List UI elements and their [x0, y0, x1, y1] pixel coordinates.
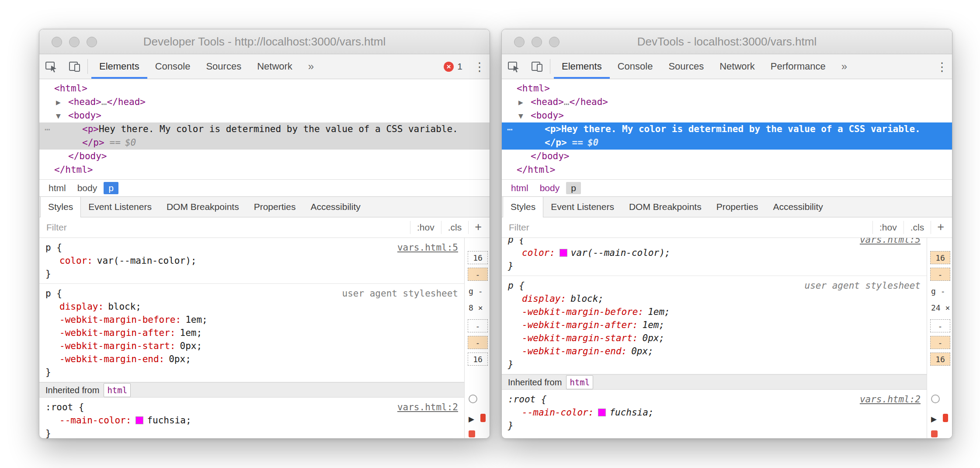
dom-node-html-close[interactable]: </html> [39, 163, 490, 177]
box-model-value: g - [468, 284, 488, 297]
dom-node-html-open[interactable]: <html> [39, 82, 490, 95]
tab-dom-breakpoints[interactable]: DOM Breakpoints [622, 197, 709, 217]
close-button[interactable] [514, 37, 525, 47]
overflow-dots-icon[interactable]: … [507, 121, 514, 134]
zoom-button[interactable] [549, 37, 560, 47]
css-declaration[interactable]: -webkit-margin-after:1em; [39, 326, 464, 339]
filter-input[interactable] [502, 222, 872, 233]
css-declaration[interactable]: display:block; [502, 292, 927, 305]
dom-node-html-open[interactable]: <html> [502, 82, 952, 95]
inspect-element-icon[interactable] [39, 54, 63, 79]
css-declaration[interactable]: -webkit-margin-start:0px; [39, 339, 464, 353]
expander-triangle-icon[interactable]: ▶ [469, 415, 474, 423]
css-declaration[interactable]: -webkit-margin-start:0px; [502, 332, 927, 345]
overflow-dots-icon[interactable]: … [45, 121, 51, 134]
tab-sources[interactable]: Sources [198, 54, 249, 79]
kebab-menu-icon[interactable]: ⋮ [932, 60, 952, 73]
dom-node-p-selected[interactable]: … <p>Hey there. My color is determined b… [39, 122, 490, 150]
css-declaration[interactable]: display:block; [39, 300, 464, 313]
breadcrumb-p[interactable]: p [566, 182, 581, 194]
collapse-arrow-icon[interactable]: ▼ [518, 109, 523, 123]
tab-elements[interactable]: Elements [91, 54, 147, 79]
color-swatch[interactable] [560, 249, 567, 257]
css-declaration[interactable]: -webkit-margin-end:0px; [502, 345, 927, 358]
hov-toggle-button[interactable]: :hov [872, 221, 904, 234]
css-declaration[interactable]: -webkit-margin-after:1em; [502, 318, 927, 332]
css-declaration[interactable]: color:var(--main-color); [502, 246, 927, 259]
console-error-badge[interactable]: × 1 [444, 61, 462, 72]
css-declaration[interactable]: -webkit-margin-end:0px; [39, 353, 464, 366]
tab-sources[interactable]: Sources [660, 54, 712, 79]
new-style-rule-button[interactable]: + [468, 221, 490, 234]
stylesheet-link[interactable]: vars.html:5 [397, 241, 458, 254]
tab-styles[interactable]: Styles [503, 197, 543, 217]
expand-arrow-icon[interactable]: ▶ [518, 96, 523, 109]
inherited-node-link[interactable]: html [104, 383, 131, 397]
tab-event-listeners[interactable]: Event Listeners [81, 197, 159, 217]
radio-circle[interactable] [469, 395, 477, 403]
breadcrumb-body[interactable]: body [535, 182, 565, 194]
tab-properties[interactable]: Properties [247, 197, 303, 217]
device-toolbar-icon[interactable] [525, 54, 549, 79]
closing-brace: } [39, 267, 464, 280]
dom-node-body-open[interactable]: ▼<body> [502, 109, 952, 122]
close-button[interactable] [52, 37, 62, 47]
dom-node-html-close[interactable]: </html> [502, 163, 952, 177]
css-declaration[interactable]: color:var(--main-color); [39, 254, 464, 267]
radio-circle[interactable] [931, 395, 940, 403]
css-declaration[interactable]: -webkit-margin-before:1em; [502, 305, 927, 318]
inherited-from-bar: Inherited from html [39, 382, 464, 398]
breadcrumb-html[interactable]: html [44, 182, 71, 194]
breadcrumb-body[interactable]: body [73, 182, 102, 194]
css-declaration[interactable]: -webkit-margin-before:1em; [39, 313, 464, 326]
breadcrumb-p[interactable]: p [104, 182, 118, 194]
tab-dom-breakpoints[interactable]: DOM Breakpoints [159, 197, 247, 217]
collapse-arrow-icon[interactable]: ▼ [56, 109, 61, 123]
dom-node-body-close[interactable]: </body> [502, 150, 952, 163]
stylesheet-link[interactable]: vars.html:2 [860, 393, 921, 406]
stylesheet-link[interactable]: vars.html:2 [397, 401, 458, 414]
expand-arrow-icon[interactable]: ▶ [56, 96, 61, 109]
stylesheet-link[interactable]: vars.html:5 [860, 238, 921, 246]
cls-toggle-button[interactable]: .cls [441, 221, 469, 234]
color-swatch[interactable] [598, 409, 606, 416]
breadcrumb-html[interactable]: html [506, 182, 533, 194]
expander-triangle-icon[interactable]: ▶ [931, 415, 937, 423]
tab-elements[interactable]: Elements [554, 54, 610, 79]
device-toolbar-icon[interactable] [63, 54, 87, 79]
tab-accessibility[interactable]: Accessibility [303, 197, 368, 217]
more-tabs-chevron-icon[interactable]: » [300, 54, 322, 79]
color-swatch[interactable] [136, 416, 143, 424]
tab-event-listeners[interactable]: Event Listeners [543, 197, 622, 217]
more-tabs-chevron-icon[interactable]: » [834, 54, 855, 79]
zoom-button[interactable] [87, 37, 97, 47]
new-style-rule-button[interactable]: + [931, 221, 952, 234]
css-declaration[interactable]: --main-color:fuchsia; [502, 406, 927, 419]
tab-console[interactable]: Console [610, 54, 661, 79]
tab-styles[interactable]: Styles [40, 197, 81, 217]
minimize-button[interactable] [69, 37, 80, 47]
hov-toggle-button[interactable]: :hov [410, 221, 441, 234]
dollar-zero-ref: $0 [125, 137, 136, 148]
tab-console[interactable]: Console [147, 54, 198, 79]
titlebar[interactable]: DevTools - localhost:3000/vars.html [502, 29, 952, 54]
filter-input[interactable] [39, 222, 410, 233]
dom-node-body-open[interactable]: ▼<body> [39, 109, 490, 122]
tab-performance[interactable]: Performance [763, 54, 834, 79]
dom-node-head[interactable]: ▶<head>…</head> [502, 95, 952, 109]
dom-node-body-close[interactable]: </body> [39, 150, 490, 163]
dom-node-head[interactable]: ▶<head>…</head> [39, 95, 490, 109]
tab-network[interactable]: Network [712, 54, 763, 79]
tab-network[interactable]: Network [249, 54, 300, 79]
inherited-node-link[interactable]: html [566, 375, 593, 389]
error-count: 1 [457, 61, 462, 72]
tab-accessibility[interactable]: Accessibility [765, 197, 830, 217]
kebab-menu-icon[interactable]: ⋮ [469, 60, 490, 73]
minimize-button[interactable] [532, 37, 542, 47]
tab-properties[interactable]: Properties [709, 197, 766, 217]
dom-node-p-selected[interactable]: … <p>Hey there. My color is determined b… [502, 122, 952, 150]
css-declaration[interactable]: --main-color:fuchsia; [39, 414, 464, 427]
cls-toggle-button[interactable]: .cls [904, 221, 931, 234]
titlebar[interactable]: Developer Tools - http://localhost:3000/… [39, 29, 490, 54]
inspect-element-icon[interactable] [502, 54, 525, 79]
